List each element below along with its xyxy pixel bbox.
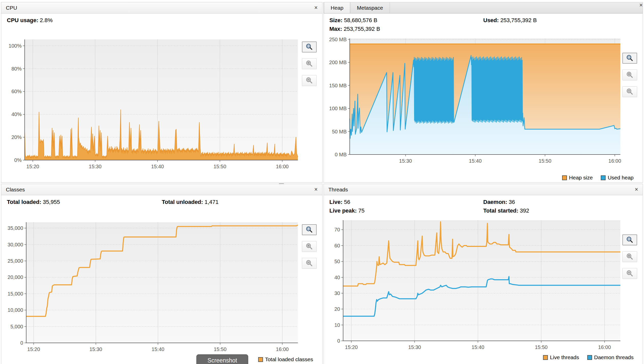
classes-zoom-controls: [302, 224, 317, 269]
svg-text:30: 30: [334, 290, 340, 296]
svg-text:200 MB: 200 MB: [329, 60, 347, 65]
heap-size-swatch: [562, 175, 567, 180]
svg-text:0%: 0%: [14, 157, 22, 163]
magnifier-fit-icon: [305, 43, 313, 51]
classes-unloaded-stat: Total unloaded: 1,471: [162, 198, 317, 206]
svg-text:0: 0: [20, 340, 23, 346]
cpu-stats: CPU usage: 2.8%: [1, 13, 322, 25]
cpu-zoom-controls: [302, 41, 317, 86]
svg-text:15:20: 15:20: [27, 346, 40, 352]
threads-live-value: 56: [344, 199, 350, 205]
legend-label: Heap size: [569, 175, 593, 181]
threads-daemon-label: Daemon:: [483, 199, 507, 205]
threads-legend: Live threads Daemon threads: [324, 354, 643, 361]
legend-item: Total loaded classes: [258, 356, 313, 362]
classes-close-icon[interactable]: ×: [314, 187, 318, 192]
tab-heap[interactable]: Heap: [324, 2, 350, 13]
threads-zoom-in-button[interactable]: [622, 251, 637, 262]
svg-text:16:00: 16:00: [598, 344, 611, 350]
threads-panel-title: Threads: [328, 187, 348, 193]
classes-panel-title: Classes: [6, 187, 25, 193]
threads-live-stat: Live: 56: [329, 198, 483, 206]
classes-loaded-stat: Total loaded: 35,955: [7, 198, 162, 206]
live-threads-swatch: [543, 355, 548, 360]
cpu-usage-value: 2.8%: [40, 17, 53, 23]
threads-zoom-out-button[interactable]: [622, 268, 637, 279]
cpu-chart[interactable]: 0%20%40%60%80%100%15:2015:3015:4015:5016…: [3, 36, 303, 175]
svg-text:25,000: 25,000: [8, 258, 23, 264]
magnifier-plus-icon: [626, 253, 634, 261]
svg-text:250 MB: 250 MB: [329, 37, 347, 42]
threads-live-peak-label: Live peak:: [329, 207, 357, 214]
heap-max-value: 253,755,392 B: [344, 26, 380, 32]
heap-fixed-scale-button[interactable]: [622, 53, 637, 64]
svg-text:15:30: 15:30: [89, 164, 101, 169]
svg-text:15:50: 15:50: [214, 346, 226, 352]
threads-close-icon[interactable]: ×: [635, 187, 638, 192]
cpu-zoom-in-button[interactable]: [302, 58, 317, 69]
heap-chart[interactable]: 0 MB50 MB100 MB150 MB200 MB250 MB15:3015…: [325, 35, 625, 167]
threads-panel: Threads × Live: 56 Daemon: 36 Live peak:…: [324, 184, 643, 364]
cpu-panel: CPU × CPU usage: 2.8% 0%20%40%60%80%100%…: [1, 2, 323, 183]
cpu-usage-label: CPU usage:: [7, 17, 38, 23]
svg-text:50 MB: 50 MB: [332, 129, 347, 134]
cpu-fixed-scale-button[interactable]: [302, 41, 317, 52]
threads-live-label: Live:: [329, 199, 342, 205]
svg-text:15:30: 15:30: [399, 158, 412, 164]
magnifier-fit-icon: [305, 226, 313, 234]
cpu-panel-title: CPU: [6, 5, 17, 11]
classes-loaded-value: 35,955: [43, 199, 60, 205]
svg-text:80%: 80%: [11, 66, 22, 72]
classes-loaded-label: Total loaded:: [7, 199, 41, 205]
svg-text:40: 40: [334, 275, 340, 280]
threads-fixed-scale-button[interactable]: [622, 234, 637, 245]
heap-size-label: Size:: [329, 17, 342, 23]
legend-item: Heap size: [562, 175, 593, 181]
heap-used-value: 253,755,392 B: [500, 17, 537, 23]
magnifier-minus-icon: [305, 77, 313, 85]
classes-legend: Total loaded classes: [1, 356, 322, 363]
classes-unloaded-label: Total unloaded:: [162, 199, 203, 205]
classes-zoom-out-button[interactable]: [302, 258, 317, 269]
classes-chart[interactable]: 05,00010,00015,00020,00025,00030,00035,0…: [3, 219, 303, 354]
cpu-close-icon[interactable]: ×: [314, 5, 318, 11]
cpu-zoom-out-button[interactable]: [302, 75, 317, 86]
svg-text:100%: 100%: [9, 43, 22, 49]
svg-text:60%: 60%: [11, 89, 22, 94]
svg-text:50: 50: [334, 259, 340, 264]
cpu-panel-header: CPU ×: [1, 2, 322, 13]
daemon-threads-swatch: [587, 355, 592, 360]
classes-panel: Classes × Total loaded: 35,955 Total unl…: [1, 184, 323, 364]
svg-text:16:00: 16:00: [276, 346, 289, 352]
svg-text:16:00: 16:00: [608, 158, 621, 164]
svg-text:20: 20: [334, 306, 340, 312]
cpu-usage-stat: CPU usage: 2.8%: [7, 16, 317, 25]
svg-text:20%: 20%: [11, 134, 22, 140]
magnifier-plus-icon: [305, 60, 313, 68]
svg-text:15:50: 15:50: [213, 164, 226, 169]
svg-text:10,000: 10,000: [8, 307, 23, 313]
tab-metaspace[interactable]: Metaspace: [350, 2, 390, 13]
classes-zoom-in-button[interactable]: [302, 241, 317, 252]
heap-zoom-out-button[interactable]: [622, 86, 637, 97]
threads-chart[interactable]: 01020304050607015:2015:3015:4015:5016:00: [325, 217, 625, 352]
legend-label: Used heap: [608, 175, 634, 181]
heap-max-stat: Max: 253,755,392 B: [329, 25, 483, 33]
legend-item: Daemon threads: [587, 354, 634, 360]
threads-panel-header: Threads ×: [324, 184, 643, 195]
threads-zoom-controls: [622, 234, 637, 279]
heap-used-stat: Used: 253,755,392 B: [483, 16, 637, 25]
heap-close-icon[interactable]: ×: [639, 2, 643, 13]
svg-text:35,000: 35,000: [8, 225, 23, 231]
heap-zoom-in-button[interactable]: [622, 69, 637, 80]
svg-text:10: 10: [334, 322, 340, 328]
threads-daemon-stat: Daemon: 36: [483, 198, 637, 206]
magnifier-fit-icon: [626, 54, 634, 62]
threads-live-peak-value: 75: [358, 207, 364, 214]
svg-text:15:40: 15:40: [469, 158, 482, 164]
legend-label: Daemon threads: [594, 354, 634, 360]
threads-stats: Live: 56 Daemon: 36 Live peak: 75 Total …: [324, 195, 643, 215]
classes-fixed-scale-button[interactable]: [302, 224, 317, 235]
screenshot-button[interactable]: Screenshot: [196, 354, 248, 364]
threads-total-started-value: 392: [520, 207, 529, 214]
